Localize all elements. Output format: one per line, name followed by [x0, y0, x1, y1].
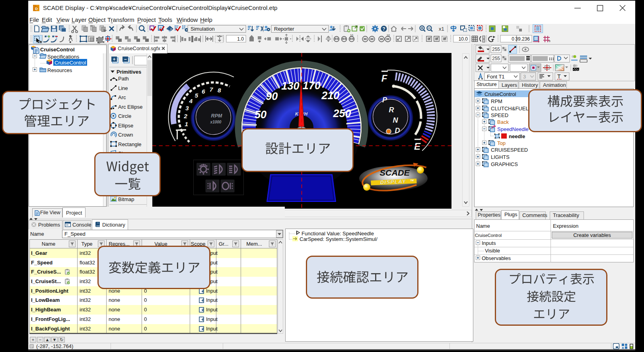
svg-text:90: 90 — [266, 90, 278, 102]
svg-text:E: E — [414, 141, 421, 152]
svg-text:7: 7 — [210, 86, 214, 93]
svg-text:50: 50 — [255, 109, 267, 121]
svg-text:10.0: 10.0 — [459, 36, 468, 42]
svg-text:3: 3 — [185, 105, 189, 111]
svg-text:Bitmap: Bitmap — [118, 196, 134, 202]
svg-text:4: 4 — [189, 98, 193, 104]
svg-text:170: 170 — [303, 80, 321, 92]
svg-text:0: 0 — [512, 36, 514, 42]
svg-text:10: 10 — [387, 34, 390, 37]
svg-text:R: R — [389, 106, 394, 114]
svg-text:2: 2 — [183, 113, 187, 119]
svg-text:Simulation: Simulation — [191, 26, 215, 32]
svg-text:Arc Ellipse: Arc Ellipse — [118, 104, 142, 110]
svg-text:Arc: Arc — [118, 94, 126, 100]
svg-text:x1000: x1000 — [210, 120, 222, 124]
svg-text:+: + — [113, 57, 115, 62]
svg-text:Primitives: Primitives — [117, 69, 141, 75]
svg-text:Reporter: Reporter — [274, 26, 294, 32]
svg-text:T: T — [557, 73, 561, 80]
svg-text:x1: x1 — [439, 26, 444, 32]
svg-text:39.236: 39.236 — [515, 36, 530, 42]
svg-text:F: F — [381, 73, 388, 84]
svg-text:RPM: RPM — [211, 113, 222, 119]
svg-text:250: 250 — [333, 108, 351, 119]
svg-text:210: 210 — [321, 90, 339, 102]
svg-text:3: 3 — [523, 74, 526, 80]
svg-text:0: 0 — [40, 41, 41, 43]
svg-text:1.0: 1.0 — [237, 36, 244, 42]
svg-text:D: D — [35, 6, 38, 11]
svg-text:Line: Line — [118, 85, 128, 91]
svg-text:P: P — [382, 96, 387, 104]
svg-text:6: 6 — [202, 88, 205, 95]
svg-text:Ellipse: Ellipse — [118, 123, 133, 129]
svg-text:D: D — [395, 127, 400, 135]
svg-text:Crown: Crown — [118, 132, 133, 138]
svg-text:Font T1: Font T1 — [487, 74, 505, 80]
svg-text:TM: TM — [410, 179, 414, 182]
svg-text:−: − — [124, 57, 126, 62]
svg-text:Circle: Circle — [118, 113, 131, 119]
svg-text:N: N — [393, 116, 399, 124]
svg-text:1: 1 — [185, 121, 188, 127]
svg-text:10: 10 — [350, 34, 353, 37]
svg-text:DISPLAY: DISPLAY — [380, 178, 406, 186]
svg-text:Rectangle: Rectangle — [118, 141, 142, 147]
svg-text:130: 130 — [281, 80, 299, 92]
svg-text:?: ? — [382, 26, 385, 32]
svg-text:8: 8 — [218, 87, 221, 94]
svg-text:5: 5 — [195, 92, 198, 99]
svg-text:SCADE: SCADE — [379, 168, 410, 177]
svg-text:Path: Path — [118, 76, 129, 82]
